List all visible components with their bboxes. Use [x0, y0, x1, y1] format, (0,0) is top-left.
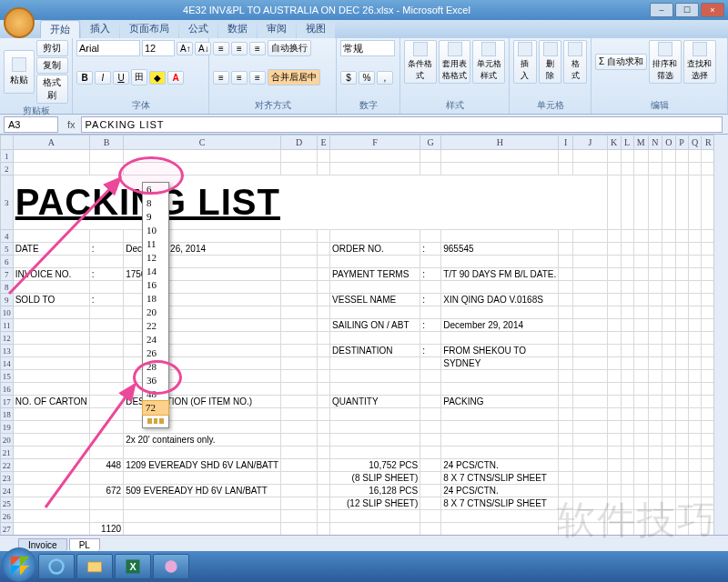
cell-K2[interactable] [607, 163, 621, 176]
cell-Q5[interactable] [688, 243, 702, 256]
format-painter-button[interactable]: 格式刷 [36, 75, 68, 104]
cell-Q4[interactable] [688, 230, 702, 243]
cell-E25[interactable] [317, 497, 329, 510]
cell-M18[interactable] [633, 408, 648, 421]
cell-N10[interactable] [648, 306, 662, 319]
cell-G4[interactable] [420, 230, 441, 243]
cell-Q3[interactable] [688, 176, 702, 230]
cell-A11[interactable] [13, 319, 89, 332]
tab-view[interactable]: 视图 [297, 20, 335, 38]
cell-J4[interactable] [573, 230, 607, 243]
cell-O10[interactable] [662, 306, 675, 319]
number-format-select[interactable] [340, 40, 395, 56]
cell-L19[interactable] [621, 421, 633, 434]
cell-L6[interactable] [621, 256, 633, 268]
cell-H8[interactable] [441, 281, 559, 294]
cell-N7[interactable] [648, 268, 662, 281]
col-header-C[interactable]: C [124, 135, 281, 150]
cell-G5[interactable]: : [420, 243, 441, 256]
cell-C23[interactable] [124, 472, 281, 485]
cell-P10[interactable] [675, 306, 688, 319]
start-button[interactable] [2, 547, 36, 582]
delete-cells-button[interactable]: 删除 [539, 40, 562, 84]
cell-O6[interactable] [662, 256, 675, 268]
cell-D9[interactable] [281, 294, 318, 306]
cell-O23[interactable] [662, 472, 675, 485]
cell-O13[interactable] [662, 345, 675, 357]
cell-P3[interactable] [675, 176, 688, 230]
bold-button[interactable]: B [76, 71, 93, 85]
cell-G20[interactable] [420, 434, 441, 447]
cell-Q17[interactable] [688, 396, 702, 408]
row-header-1[interactable]: 1 [1, 150, 14, 163]
cell-K14[interactable] [607, 357, 621, 370]
cell-N4[interactable] [648, 230, 662, 243]
cell-C27[interactable] [124, 523, 281, 536]
cell-K8[interactable] [607, 281, 621, 294]
cell-G1[interactable] [420, 150, 441, 163]
cell-D18[interactable] [281, 408, 318, 421]
cell-A5[interactable]: DATE [13, 243, 89, 256]
cell-G23[interactable] [420, 472, 441, 485]
cell-I19[interactable] [559, 421, 573, 434]
font-size-option-10[interactable]: 10 [143, 224, 168, 237]
cell-F9[interactable]: VESSEL NAME [330, 294, 420, 306]
font-name-select[interactable] [76, 40, 140, 56]
table-format-button[interactable]: 套用表格格式 [439, 40, 471, 84]
cell-D19[interactable] [281, 421, 318, 434]
cell-D26[interactable] [281, 510, 318, 523]
cell-F6[interactable] [330, 256, 420, 268]
taskbar-explorer-icon[interactable] [76, 554, 113, 579]
cell-H16[interactable] [441, 383, 559, 396]
cell-I9[interactable] [559, 294, 573, 306]
sheet-tab-pl[interactable]: PL [69, 538, 100, 551]
cell-H1[interactable] [441, 150, 559, 163]
cell-B21[interactable] [89, 447, 123, 459]
cell-B23[interactable] [89, 472, 123, 485]
formula-input[interactable]: PACKING LIST [81, 116, 723, 133]
cell-P15[interactable] [675, 370, 688, 383]
cell-N16[interactable] [648, 383, 662, 396]
cell-K3[interactable] [607, 176, 621, 230]
cell-Q20[interactable] [688, 434, 702, 447]
cell-M5[interactable] [633, 243, 648, 256]
col-header-I[interactable]: I [559, 135, 573, 150]
cell-H7[interactable]: T/T 90 DAYS FM B/L DATE. [441, 268, 559, 281]
cell-G12[interactable] [420, 332, 441, 345]
cell-D2[interactable] [281, 163, 318, 176]
cell-L9[interactable] [621, 294, 633, 306]
row-header-3[interactable]: 3 [1, 176, 14, 230]
cell-N9[interactable] [648, 294, 662, 306]
cell-O12[interactable] [662, 332, 675, 345]
cell-K19[interactable] [607, 421, 621, 434]
row-header-23[interactable]: 23 [1, 472, 14, 485]
cell-N15[interactable] [648, 370, 662, 383]
cell-B1[interactable] [89, 150, 123, 163]
cell-G25[interactable] [420, 497, 441, 510]
cell-I20[interactable] [559, 434, 573, 447]
align-top-button[interactable]: ≡ [213, 42, 229, 55]
cell-K23[interactable] [607, 472, 621, 485]
italic-button[interactable]: I [95, 71, 111, 85]
cell-H4[interactable] [441, 230, 559, 243]
cell-H27[interactable] [441, 523, 559, 536]
row-header-9[interactable]: 9 [1, 294, 14, 306]
cell-E4[interactable] [317, 230, 329, 243]
cell-N6[interactable] [648, 256, 662, 268]
cell-Q10[interactable] [688, 306, 702, 319]
row-header-13[interactable]: 13 [1, 345, 14, 357]
cell-J23[interactable] [573, 472, 607, 485]
cell-J22[interactable] [573, 459, 607, 472]
cell-K1[interactable] [607, 150, 621, 163]
worksheet-area[interactable]: ABCDEFGHIJKLMNOPQRS123PACKING LIST45DATE… [0, 135, 728, 535]
col-header-P[interactable]: P [675, 135, 688, 150]
font-size-option-11[interactable]: 11 [143, 237, 168, 251]
cell-E14[interactable] [317, 357, 329, 370]
cell-D1[interactable] [281, 150, 318, 163]
cell-G26[interactable] [420, 510, 441, 523]
cell-G9[interactable]: : [420, 294, 441, 306]
cell-A2[interactable] [13, 163, 89, 176]
cell-D21[interactable] [281, 447, 318, 459]
col-header-N[interactable]: N [648, 135, 662, 150]
cell-K20[interactable] [607, 434, 621, 447]
